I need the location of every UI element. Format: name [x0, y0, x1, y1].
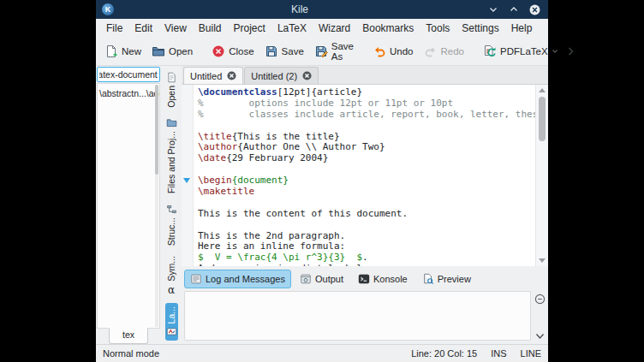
- sidebar-tab-label: Sym...: [166, 256, 176, 282]
- editor-tab-untitled-2[interactable]: Untitled (2): [244, 67, 319, 84]
- code-token: $ V = \frac{4 \pi r^3}{3} $: [198, 252, 362, 263]
- statusbar: Normal mode Line: 20 Col: 15 INS LINE: [96, 344, 548, 362]
- scrollbar-thumb[interactable]: [155, 85, 158, 175]
- tool-tab-preview[interactable]: Preview: [416, 270, 477, 288]
- code-token: {This is the title}: [232, 131, 340, 142]
- sidebar-tab-sym[interactable]: Sym...α: [165, 252, 177, 300]
- folder-icon: [166, 117, 177, 128]
- code-token: {document}: [232, 175, 289, 186]
- undo-button[interactable]: Undo: [368, 41, 418, 62]
- collapse-panel-icon[interactable]: [534, 294, 546, 305]
- tool-tab-konsole[interactable]: Konsole: [352, 270, 414, 288]
- editor[interactable]: \documentclass[12pt]{article}% options i…: [182, 85, 548, 266]
- pdflatex-icon: [483, 45, 497, 58]
- maximize-button[interactable]: [506, 2, 522, 17]
- sidebar-tab-label: Files and Proj...: [166, 131, 176, 193]
- insert-mode-indicator[interactable]: INS: [491, 348, 506, 359]
- new-button[interactable]: New: [100, 41, 146, 62]
- chevron-down-icon: [552, 48, 558, 55]
- sidebar-tab-label: Open: [166, 86, 176, 108]
- command-item[interactable]: \abstractn...: [99, 88, 146, 98]
- log-icon: [190, 273, 202, 285]
- latex-commands-panel: \abstractn...\addconte...\Alph{cou...\an…: [96, 66, 161, 344]
- command-filter-input[interactable]: [97, 67, 160, 82]
- scroll-down-arrow[interactable]: [539, 258, 546, 263]
- tool-tab-label: Konsole: [373, 274, 408, 284]
- sidebar-tab-struc[interactable]: Struc...: [165, 200, 178, 249]
- latex-icon: [166, 326, 177, 337]
- code-area[interactable]: \documentclass[12pt]{article}% options i…: [194, 85, 535, 266]
- sidebar-tab-la[interactable]: La...: [165, 303, 178, 341]
- menu-view[interactable]: View: [158, 20, 193, 37]
- editor-tab-label: Untitled (2): [251, 71, 297, 81]
- code-token: \title: [198, 131, 232, 142]
- tool-tab-output[interactable]: Output: [294, 270, 349, 288]
- tool-tab-log-and-messages[interactable]: Log and Messages: [184, 270, 291, 288]
- sidebar-tab-open[interactable]: Open: [165, 68, 178, 111]
- menu-latex[interactable]: LaTeX: [271, 20, 313, 37]
- main-area: \abstractn...\addconte...\Alph{cou...\an…: [96, 66, 548, 344]
- code-line[interactable]: \date{29 February 2004}: [198, 153, 535, 164]
- menu-tools[interactable]: Tools: [420, 20, 456, 37]
- menu-help[interactable]: Help: [505, 20, 539, 37]
- editor-tab-label: Untitled: [190, 71, 222, 81]
- editor-tabbar: UntitledUntitled (2): [182, 66, 548, 85]
- menu-bookmarks[interactable]: Bookmarks: [356, 20, 420, 37]
- pdflatex-button[interactable]: PDFLaTeX: [479, 41, 563, 62]
- save-as-button[interactable]: Save As: [310, 38, 358, 65]
- eol-indicator[interactable]: LINE: [521, 348, 541, 359]
- tool-tab-label: Output: [315, 274, 343, 284]
- menu-wizard[interactable]: Wizard: [313, 20, 356, 37]
- command-list-scrollbar[interactable]: [155, 85, 158, 327]
- tab-close-icon[interactable]: [227, 71, 236, 80]
- code-line[interactable]: This is the content of this document.: [198, 209, 535, 220]
- menu-settings[interactable]: Settings: [456, 20, 504, 37]
- editor-scrollbar[interactable]: [535, 85, 548, 266]
- scroll-up-arrow[interactable]: [539, 88, 546, 92]
- open-button[interactable]: Open: [147, 41, 197, 62]
- close-button[interactable]: Close: [207, 41, 258, 62]
- document-icon: [166, 72, 177, 83]
- save-button[interactable]: Save: [260, 41, 308, 62]
- menu-file[interactable]: File: [100, 20, 128, 37]
- scrollbar-thumb[interactable]: [539, 97, 546, 141]
- sidebar-tab-files-and-proj[interactable]: Files and Proj...: [165, 114, 178, 197]
- menu-project[interactable]: Project: [228, 20, 271, 37]
- code-token: [12pt]{article}: [277, 86, 362, 98]
- code-token: This is the content of this document.: [198, 208, 408, 219]
- redo-icon: [424, 45, 438, 58]
- code-token: % classes include article, report, book,…: [198, 109, 535, 120]
- toolbar-button-label: Open: [169, 46, 193, 56]
- redo-button[interactable]: Redo: [420, 41, 469, 62]
- minimize-button[interactable]: [486, 2, 501, 17]
- mode-indicator[interactable]: Normal mode: [103, 348, 159, 359]
- toolbar-overflow-button[interactable]: [564, 43, 577, 60]
- preview-icon: [422, 273, 434, 285]
- tool-tab-label: Log and Messages: [206, 274, 285, 284]
- code-token: {29 February 2004}: [226, 152, 328, 163]
- close-button[interactable]: [527, 2, 542, 17]
- chevron-down-icon[interactable]: [535, 333, 545, 340]
- toolbar-button-label: Close: [229, 46, 253, 56]
- menu-build[interactable]: Build: [193, 20, 228, 37]
- log-messages-panel[interactable]: [184, 291, 531, 341]
- cursor-position[interactable]: Line: 20 Col: 15: [411, 348, 477, 359]
- code-token: % options include 12pt or 11pt or 10pt: [198, 98, 453, 109]
- kile-app-icon[interactable]: K: [102, 3, 114, 15]
- new-document-icon: [104, 45, 118, 58]
- code-token: \begin: [198, 175, 232, 186]
- tool-view-tabs: Log and MessagesOutputKonsolePreview: [182, 266, 548, 291]
- code-line[interactable]: \maketitle: [198, 187, 535, 198]
- sidebar-tab-strip: OpenFiles and Proj...Struc...Sym...αLa..…: [161, 66, 182, 344]
- toolbar-button-label: Redo: [441, 46, 465, 56]
- toolbar: NewOpenCloseSaveSave AsUndoRedoPDFLaTeX: [96, 38, 548, 66]
- chevron-right-icon: [567, 46, 575, 56]
- kile-window: K Kile FileEditViewBuildProjectLaTeXWiza…: [96, 0, 548, 362]
- fold-marker[interactable]: [183, 178, 190, 183]
- code-token: \documentclass: [198, 86, 277, 98]
- editor-tab-untitled[interactable]: Untitled: [183, 67, 243, 84]
- menu-edit[interactable]: Edit: [128, 20, 158, 37]
- tab-close-icon[interactable]: [302, 71, 312, 80]
- filetype-tab-tex[interactable]: tex: [109, 328, 148, 344]
- code-line[interactable]: % classes include article, report, book,…: [198, 110, 535, 121]
